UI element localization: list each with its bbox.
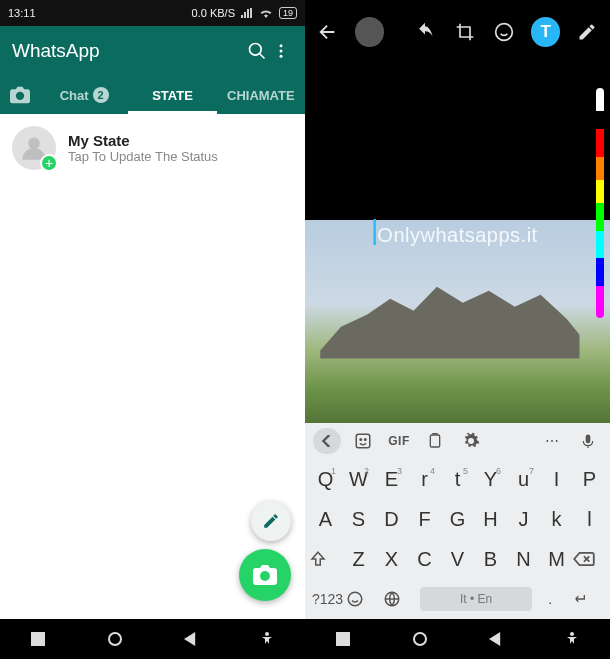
- key-v[interactable]: V: [441, 548, 474, 571]
- home-icon[interactable]: [412, 631, 428, 647]
- shift-key[interactable]: [309, 550, 342, 568]
- svg-rect-12: [430, 435, 439, 447]
- key-f[interactable]: F: [408, 508, 441, 531]
- key-k[interactable]: k: [540, 508, 573, 531]
- add-status-icon: +: [40, 154, 58, 172]
- emoji-key[interactable]: [346, 590, 383, 608]
- key-c[interactable]: C: [408, 548, 441, 571]
- clock: 13:11: [8, 7, 36, 19]
- undo-icon[interactable]: [412, 17, 438, 47]
- language-key[interactable]: [383, 590, 420, 608]
- period-key[interactable]: .: [532, 591, 569, 607]
- camera-status-fab[interactable]: [239, 549, 291, 601]
- recent-apps-icon[interactable]: [336, 632, 350, 646]
- tab-bar: Chat 2 STATE CHIAMATE: [0, 76, 305, 114]
- key-u[interactable]: u7: [507, 468, 540, 491]
- avatar: +: [12, 126, 56, 170]
- sticker-icon[interactable]: [349, 428, 377, 454]
- editor-toolbar: T: [305, 0, 610, 64]
- key-z[interactable]: Z: [342, 548, 375, 571]
- more-icon[interactable]: [269, 41, 293, 61]
- network-speed: 0.0 KB/S: [192, 7, 235, 19]
- tab-camera[interactable]: [0, 76, 40, 114]
- gif-button[interactable]: GIF: [385, 428, 413, 454]
- keyboard-row-1: Q1W2E3r4t5Y6u7IP: [305, 459, 610, 499]
- more-keyboard-icon[interactable]: ⋯: [538, 428, 566, 454]
- key-m[interactable]: M: [540, 548, 573, 571]
- svg-point-13: [348, 592, 362, 606]
- svg-point-4: [28, 138, 40, 150]
- tab-calls[interactable]: CHIAMATE: [217, 76, 305, 114]
- key-i[interactable]: I: [540, 468, 573, 491]
- enter-key[interactable]: [569, 591, 606, 607]
- key-g[interactable]: G: [441, 508, 474, 531]
- text-status-fab[interactable]: [251, 501, 291, 541]
- my-status-title: My State: [68, 132, 218, 149]
- svg-rect-15: [336, 632, 350, 646]
- tab-label: Chat: [60, 88, 89, 103]
- my-status-row[interactable]: + My State Tap To Update The Status: [12, 126, 293, 170]
- key-l[interactable]: l: [573, 508, 606, 531]
- app-title: WhatsApp: [12, 40, 245, 62]
- home-icon[interactable]: [107, 631, 123, 647]
- keyboard-toolbar: GIF ⋯: [305, 423, 610, 459]
- settings-icon[interactable]: [457, 428, 485, 454]
- svg-point-1: [280, 44, 283, 47]
- svg-point-16: [414, 633, 426, 645]
- svg-point-7: [265, 632, 269, 636]
- key-n[interactable]: N: [507, 548, 540, 571]
- wifi-icon: [259, 8, 273, 18]
- symbols-key[interactable]: ?123: [309, 591, 346, 607]
- soft-keyboard: GIF ⋯ Q1W2E3r4t5Y6u7IP ASDFGHJkl ZXCVBNM…: [305, 423, 610, 619]
- tab-label: CHIAMATE: [227, 88, 295, 103]
- key-a[interactable]: A: [309, 508, 342, 531]
- key-t[interactable]: t5: [441, 468, 474, 491]
- battery-icon: 19: [279, 7, 297, 19]
- key-r[interactable]: r4: [408, 468, 441, 491]
- key-h[interactable]: H: [474, 508, 507, 531]
- key-b[interactable]: B: [474, 548, 507, 571]
- key-p[interactable]: P: [573, 468, 606, 491]
- draw-icon[interactable]: [574, 17, 600, 47]
- svg-point-2: [280, 50, 283, 53]
- key-q[interactable]: Q1: [309, 468, 342, 491]
- status-photo: [305, 220, 610, 430]
- recent-apps-icon[interactable]: [31, 632, 45, 646]
- emoji-icon[interactable]: [491, 17, 517, 47]
- svg-rect-9: [356, 434, 370, 448]
- key-d[interactable]: D: [375, 508, 408, 531]
- key-e[interactable]: E3: [375, 468, 408, 491]
- back-arrow-icon[interactable]: [315, 17, 341, 47]
- editor-canvas[interactable]: | Onlywhatsapps.it: [305, 64, 610, 429]
- mic-icon[interactable]: [574, 428, 602, 454]
- app-bar: WhatsApp: [0, 26, 305, 76]
- key-y[interactable]: Y6: [474, 468, 507, 491]
- svg-point-10: [360, 439, 362, 441]
- tab-chat[interactable]: Chat 2: [40, 76, 128, 114]
- watermark-text: Onlywhatsapps.it: [305, 224, 610, 247]
- crop-icon[interactable]: [452, 17, 478, 47]
- back-icon[interactable]: [489, 632, 503, 646]
- tab-state[interactable]: STATE: [128, 76, 216, 114]
- keyboard-collapse-icon[interactable]: [313, 428, 341, 454]
- key-w[interactable]: W2: [342, 468, 375, 491]
- key-x[interactable]: X: [375, 548, 408, 571]
- accessibility-icon[interactable]: [565, 632, 579, 646]
- android-status-bar: 13:11 0.0 KB/S 19: [0, 0, 305, 26]
- back-icon[interactable]: [184, 632, 198, 646]
- backspace-key[interactable]: [573, 551, 606, 567]
- text-tool-button[interactable]: T: [531, 17, 561, 47]
- color-picker-strip[interactable]: [596, 88, 604, 318]
- key-s[interactable]: S: [342, 508, 375, 531]
- key-j[interactable]: J: [507, 508, 540, 531]
- android-nav-bar: [0, 619, 305, 659]
- clipboard-icon[interactable]: [421, 428, 449, 454]
- accessibility-icon[interactable]: [260, 632, 274, 646]
- svg-point-3: [280, 55, 283, 58]
- search-icon[interactable]: [245, 41, 269, 61]
- status-editor-screen: T | Onlywhatsapps.it GIF: [305, 0, 610, 659]
- keyboard-row-4: ?123 It • En .: [305, 579, 610, 619]
- svg-point-0: [250, 44, 262, 56]
- spacebar-key[interactable]: It • En: [420, 587, 531, 611]
- profile-chip[interactable]: [355, 17, 385, 47]
